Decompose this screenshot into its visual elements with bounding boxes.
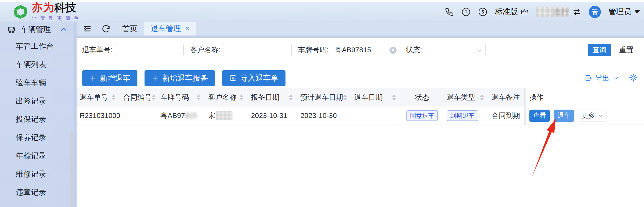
avatar[interactable]: 管 — [589, 6, 601, 18]
refresh-icon[interactable] — [101, 24, 111, 34]
plate-no-input-wrap: ✕ — [331, 44, 399, 56]
sidebar-item-violation-records[interactable]: 违章记录 — [0, 183, 77, 201]
cell-actions: 查看 退车 更多 — [524, 107, 644, 125]
sidebar-item-vehicle-inspection[interactable]: 验车车辆 — [0, 74, 77, 92]
add-return-report-button[interactable]: 新增退车报备 — [145, 70, 215, 86]
return-order-no-label: 退车单号: — [82, 45, 113, 55]
return-order-no-input[interactable] — [119, 44, 173, 56]
col-header-return-order-no: 退车单号 — [77, 88, 120, 107]
app-header: 亦为科技 让管理更简单 标准版 出行 管 管 — [0, 2, 644, 22]
more-button[interactable]: 更多 — [578, 110, 606, 122]
search-button[interactable]: 查询 — [588, 44, 611, 56]
import-return-order-button[interactable]: 导入退车单 — [222, 70, 285, 86]
sidebar: 车辆管理 车管工作台 车辆列表 验车车辆 出险记录 投保记录 保养记录 年检记录… — [0, 22, 77, 207]
table-header-row: 退车单号 合同编号 车牌号码 客户名称 报备日期 预计退车日期 退车日期 状态 … — [77, 88, 644, 107]
sidebar-item-annual-check-records[interactable]: 年检记录 — [0, 147, 77, 165]
edition-badge[interactable]: 标准版 — [495, 7, 528, 17]
sort-icon[interactable] — [112, 94, 116, 100]
tab-bar: 首页 退车管理 × — [77, 22, 644, 36]
sidebar-item-accident-records[interactable]: 出险记录 — [0, 92, 77, 110]
status-select[interactable] — [425, 44, 486, 56]
plate-no-input[interactable] — [335, 44, 389, 56]
column-settings-gear-icon[interactable] — [629, 73, 638, 83]
return-car-button[interactable]: 退车 — [554, 110, 574, 122]
col-header-customer-name: 客户名称 — [205, 88, 248, 107]
cell-customer-name: 宋 — [205, 107, 248, 125]
sidebar-menu: 车管工作台 车辆列表 验车车辆 出险记录 投保记录 保养记录 年检记录 维修记录… — [0, 37, 77, 201]
col-header-plate-no: 车牌号码 — [157, 88, 205, 107]
export-icon — [585, 74, 592, 82]
cell-status: 同意退车 — [401, 107, 444, 125]
page-content: 退车单号: 客户名称: 车牌号码: ✕ — [77, 38, 644, 207]
toolbar: 新增退车 新增退车报备 导入退车单 导出 — [77, 70, 644, 86]
sidebar-group-vehicle-management[interactable]: 车辆管理 — [0, 22, 77, 37]
main-area: 首页 退车管理 × 退车单号: 客户名称: — [77, 22, 644, 207]
col-header-return-date: 退车日期 — [351, 88, 401, 107]
brand-logo: 亦为科技 让管理更简单 — [13, 2, 82, 22]
col-header-status: 状态 — [401, 88, 444, 107]
cell-return-order-no: R23103100001 — [77, 107, 120, 125]
phone-icon[interactable] — [445, 7, 454, 16]
export-button[interactable]: 导出 — [585, 73, 619, 83]
add-return-button[interactable]: 新增退车 — [82, 70, 137, 86]
plus-icon — [152, 75, 159, 82]
sidebar-scrollbar[interactable] — [70, 131, 73, 207]
sort-icon[interactable] — [343, 94, 347, 100]
car-icon — [7, 25, 16, 34]
help-icon[interactable] — [461, 7, 471, 16]
cell-return-type: 到期退车 — [444, 107, 489, 125]
return-type-badge: 到期退车 — [447, 110, 478, 121]
sort-icon[interactable] — [480, 94, 484, 100]
col-header-report-date: 报备日期 — [248, 88, 297, 107]
sidebar-item-insurance-records[interactable]: 投保记录 — [0, 110, 77, 128]
plus-icon — [89, 75, 96, 82]
tab-close-icon[interactable]: × — [186, 25, 190, 33]
edition-label: 标准版 — [495, 7, 518, 17]
reset-button[interactable]: 重置 — [615, 44, 638, 56]
col-header-return-type: 退车类型 — [444, 88, 489, 107]
chevron-up-icon — [60, 26, 67, 33]
sort-icon[interactable] — [239, 94, 243, 100]
tab-return-management[interactable]: 退车管理 × — [144, 22, 196, 36]
view-button[interactable]: 查看 — [529, 110, 550, 122]
customer-name-label: 客户名称: — [190, 45, 221, 55]
cell-remark: 合同到期 — [489, 107, 524, 125]
chevron-down-icon — [598, 113, 603, 118]
sort-icon[interactable] — [392, 94, 396, 100]
plate-no-label: 车牌号码: — [298, 45, 329, 55]
col-header-remark: 退车备注 — [489, 88, 524, 107]
screen: 亦为科技 让管理更简单 标准版 出行 管 管 — [0, 0, 644, 207]
sort-icon[interactable] — [289, 94, 293, 100]
col-header-expected-return-date: 预计退车日期 — [297, 88, 351, 107]
col-header-actions: 操作 — [524, 88, 644, 107]
collapse-menu-icon[interactable] — [82, 24, 92, 34]
user-menu[interactable]: 管理员 — [609, 7, 640, 17]
table-row: R23103100001 粤AB97815 宋 2023-10-31 2023-… — [77, 107, 644, 125]
status-label: 状态: — [406, 45, 422, 55]
customer-name-input-wrap — [223, 44, 292, 56]
sidebar-item-vehicle-workbench[interactable]: 车管工作台 — [0, 37, 77, 55]
sidebar-item-vehicle-list[interactable]: 车辆列表 — [0, 55, 77, 74]
tab-home[interactable]: 首页 — [116, 22, 144, 36]
swap-icon — [573, 8, 581, 16]
customer-name-input[interactable] — [227, 44, 281, 56]
status-badge: 同意退车 — [406, 110, 438, 121]
org-switcher[interactable]: 出行 — [536, 7, 581, 17]
sort-icon[interactable] — [196, 94, 201, 100]
org-name-redacted: 出行 — [536, 7, 569, 17]
cell-expected-return-date: 2023-10-30 — [297, 107, 351, 125]
sidebar-edge-strip — [74, 22, 77, 207]
return-order-no-input-wrap — [115, 44, 184, 56]
col-header-contract-no: 合同编号 — [120, 88, 157, 107]
return-orders-table: 退车单号 合同编号 车牌号码 客户名称 报备日期 预计退车日期 退车日期 状态 … — [77, 88, 644, 125]
sidebar-item-maintenance-records[interactable]: 保养记录 — [0, 128, 77, 147]
cell-return-date — [351, 107, 401, 125]
redacted-text — [216, 111, 232, 120]
sort-icon[interactable] — [152, 94, 156, 100]
window-top-strip — [0, 0, 644, 2]
sidebar-item-repair-records[interactable]: 维修记录 — [0, 165, 77, 183]
chevron-down-icon — [477, 48, 482, 53]
clear-input-icon[interactable]: ✕ — [389, 47, 397, 54]
service-icon[interactable] — [478, 7, 487, 16]
filter-bar: 退车单号: 客户名称: 车牌号码: ✕ — [77, 44, 644, 56]
